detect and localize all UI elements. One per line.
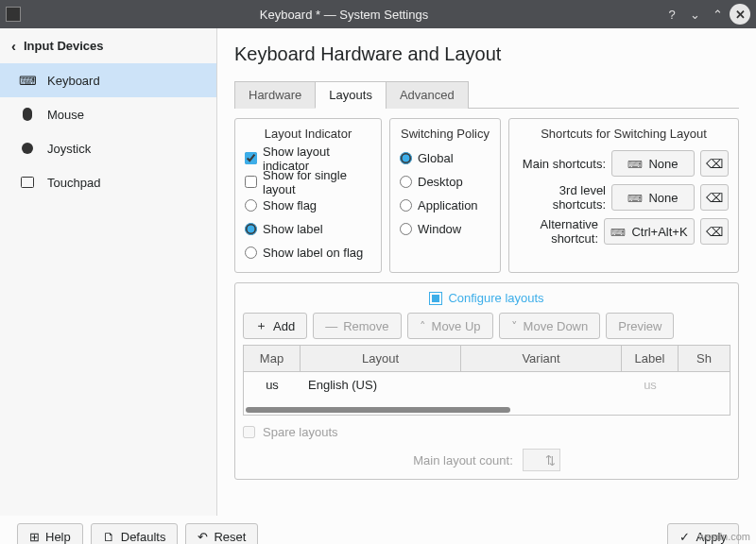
- checkbox-show-layout-indicator[interactable]: [245, 152, 257, 164]
- remove-button[interactable]: —Remove: [313, 313, 401, 339]
- layouts-table: Map Layout Variant Label Sh us English (…: [243, 345, 730, 416]
- label-alt-shortcut: Alternative shortcut:: [519, 217, 598, 246]
- clear-alt-shortcut[interactable]: ⌫: [700, 218, 729, 245]
- col-label[interactable]: Label: [622, 346, 679, 371]
- chevron-down-icon: ˅: [511, 319, 518, 333]
- move-up-button[interactable]: ˄Move Up: [407, 313, 493, 339]
- help-button[interactable]: ?: [662, 4, 682, 25]
- third-shortcut-button[interactable]: None: [611, 184, 695, 211]
- reset-button[interactable]: ↶Reset: [185, 523, 258, 544]
- group-shortcuts: Shortcuts for Switching Layout Main shor…: [508, 118, 739, 273]
- help-icon: ⊞: [29, 530, 40, 544]
- main-layout-count: Main layout count: ⇅: [243, 449, 730, 471]
- footer: ⊞Help 🗋Defaults ↶Reset ✓Apply: [0, 516, 756, 544]
- undo-icon: ↶: [198, 530, 208, 544]
- sidebar-item-touchpad[interactable]: Touchpad: [0, 165, 216, 199]
- sidebar-item-joystick[interactable]: Joystick: [0, 131, 216, 165]
- radio-window[interactable]: [400, 223, 412, 235]
- sidebar-item-label: Joystick: [47, 142, 91, 156]
- main-shortcut-button[interactable]: None: [611, 150, 695, 177]
- document-icon: 🗋: [103, 530, 115, 544]
- col-shortcut[interactable]: Sh: [679, 346, 730, 371]
- radio-show-flag[interactable]: [245, 199, 257, 212]
- svg-point-1: [22, 143, 33, 154]
- group-title: Switching Policy: [400, 127, 490, 141]
- alt-shortcut-button[interactable]: Ctrl+Alt+K: [604, 218, 695, 245]
- tab-hardware[interactable]: Hardware: [234, 81, 316, 109]
- titlebar: Keyboard * — System Settings ? ⌄ ⌃ ✕: [0, 0, 756, 28]
- sidebar-item-label: Mouse: [47, 108, 84, 122]
- watermark: wsxdn.com: [698, 531, 750, 542]
- page-title: Keyboard Hardware and Layout: [234, 43, 739, 65]
- table-row[interactable]: us English (US) us: [244, 372, 730, 398]
- svg-rect-2: [22, 178, 34, 188]
- tabs: Hardware Layouts Advanced: [234, 80, 739, 109]
- opt-show-flag[interactable]: Show flag: [245, 194, 371, 217]
- window-title: Keyboard * — System Settings: [28, 8, 660, 22]
- chevron-left-icon: ‹: [11, 38, 16, 54]
- group-configure-layouts: Configure layouts ＋Add —Remove ˄Move Up …: [234, 282, 739, 480]
- opt-show-for-single[interactable]: Show for single layout: [245, 170, 371, 194]
- minimize-button[interactable]: ⌄: [684, 4, 705, 25]
- col-layout[interactable]: Layout: [301, 346, 461, 371]
- minus-icon: —: [325, 319, 337, 333]
- col-variant[interactable]: Variant: [461, 346, 622, 371]
- help-button[interactable]: ⊞Help: [17, 523, 83, 544]
- sidebar-item-keyboard[interactable]: ⌨ Keyboard: [0, 63, 216, 97]
- svg-rect-0: [23, 108, 32, 121]
- chevron-up-icon: ˄: [420, 319, 426, 333]
- keyboard-icon: [627, 191, 643, 205]
- defaults-button[interactable]: 🗋Defaults: [91, 523, 179, 544]
- main-layout-count-spinner: ⇅: [523, 449, 560, 471]
- touchpad-icon: [19, 177, 36, 188]
- move-down-button[interactable]: ˅Move Down: [499, 313, 601, 339]
- group-title: Shortcuts for Switching Layout: [519, 127, 729, 141]
- sidebar-item-mouse[interactable]: Mouse: [0, 97, 216, 131]
- radio-global[interactable]: [400, 152, 412, 164]
- sidebar-item-label: Keyboard: [47, 74, 100, 88]
- opt-show-label-on-flag[interactable]: Show label on flag: [245, 241, 371, 264]
- opt-global[interactable]: Global: [400, 146, 490, 170]
- group-layout-indicator: Layout Indicator Show layout indicator S…: [234, 118, 382, 273]
- app-icon: [6, 7, 21, 22]
- keyboard-icon: [610, 225, 626, 239]
- opt-window[interactable]: Window: [400, 217, 490, 241]
- opt-show-layout-indicator[interactable]: Show layout indicator: [245, 146, 371, 170]
- radio-desktop[interactable]: [400, 176, 412, 188]
- keyboard-icon: [627, 157, 643, 171]
- tab-advanced[interactable]: Advanced: [386, 81, 469, 109]
- keyboard-icon: ⌨: [19, 74, 36, 88]
- back-label: Input Devices: [24, 39, 104, 53]
- opt-show-label[interactable]: Show label: [245, 217, 371, 241]
- maximize-button[interactable]: ⌃: [707, 4, 728, 25]
- back-button[interactable]: ‹ Input Devices: [0, 28, 216, 63]
- mouse-icon: [19, 107, 36, 122]
- clear-third-shortcut[interactable]: ⌫: [700, 184, 729, 211]
- label-main-shortcuts: Main shortcuts:: [519, 157, 606, 171]
- checkbox-show-for-single[interactable]: [245, 176, 257, 188]
- close-button[interactable]: ✕: [730, 4, 750, 25]
- sidebar: ‹ Input Devices ⌨ Keyboard Mouse Joystic…: [0, 28, 217, 516]
- preview-button[interactable]: Preview: [606, 313, 674, 339]
- label-third-shortcuts: 3rd level shortcuts:: [519, 183, 606, 212]
- add-button[interactable]: ＋Add: [243, 313, 307, 339]
- spare-layouts: Spare layouts: [243, 425, 730, 439]
- checkbox-configure-layouts[interactable]: [429, 292, 442, 305]
- tab-layouts[interactable]: Layouts: [315, 81, 387, 109]
- check-icon: ✓: [679, 530, 690, 544]
- content: Keyboard Hardware and Layout Hardware La…: [217, 28, 756, 516]
- group-title: Layout Indicator: [245, 127, 371, 141]
- radio-show-label[interactable]: [245, 223, 257, 235]
- clear-main-shortcut[interactable]: ⌫: [700, 150, 729, 177]
- opt-desktop[interactable]: Desktop: [400, 170, 490, 194]
- radio-application[interactable]: [400, 199, 412, 212]
- radio-show-label-on-flag[interactable]: [245, 246, 257, 259]
- opt-application[interactable]: Application: [400, 194, 490, 217]
- col-map[interactable]: Map: [244, 346, 301, 371]
- configure-layouts-toggle[interactable]: Configure layouts: [243, 291, 730, 305]
- horizontal-scrollbar[interactable]: [246, 407, 728, 413]
- joystick-icon: [19, 142, 36, 155]
- checkbox-spare-layouts: [243, 426, 255, 438]
- sidebar-item-label: Touchpad: [47, 176, 100, 190]
- plus-icon: ＋: [255, 317, 267, 334]
